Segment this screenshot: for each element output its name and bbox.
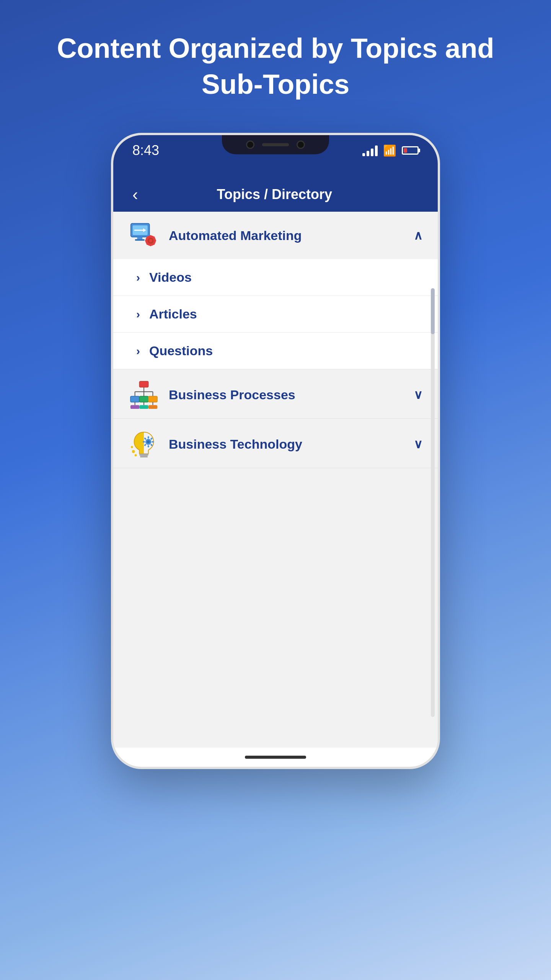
battery-icon	[402, 146, 419, 155]
phone-notch	[222, 135, 329, 154]
svg-rect-34	[140, 456, 148, 457]
home-indicator-bar	[113, 748, 438, 767]
sub-item-questions[interactable]: › Questions	[113, 333, 438, 369]
home-indicator	[245, 756, 306, 759]
svg-rect-43	[144, 444, 147, 446]
svg-rect-30	[148, 405, 157, 409]
svg-rect-29	[139, 405, 148, 409]
speaker	[262, 143, 289, 146]
scrollbar-thumb[interactable]	[431, 288, 435, 334]
topic-label-business-technology: Business Technology	[169, 437, 404, 452]
svg-rect-8	[150, 235, 152, 238]
svg-rect-42	[148, 445, 149, 448]
svg-rect-23	[139, 396, 148, 402]
topic-label-business-processes: Business Processes	[169, 387, 404, 402]
sub-items-automated-marketing: › Videos › Articles › Questions	[113, 259, 438, 369]
sub-chevron-articles: ›	[136, 308, 140, 321]
status-time: 8:43	[132, 142, 159, 158]
wifi-icon: 📶	[383, 144, 396, 157]
sub-label-questions: Questions	[149, 343, 213, 358]
svg-rect-22	[130, 396, 139, 402]
topic-item-business-processes[interactable]: Business Processes ∨	[113, 371, 438, 419]
svg-point-46	[132, 450, 135, 453]
svg-rect-24	[148, 396, 157, 402]
sub-chevron-videos: ›	[136, 271, 140, 284]
svg-point-37	[147, 440, 150, 443]
sub-item-videos[interactable]: › Videos	[113, 259, 438, 296]
phone-top: 8:43 📶	[113, 135, 438, 177]
topics-list: Automated Marketing ∧ › Videos › Article…	[113, 212, 438, 748]
chevron-up-automated-marketing: ∧	[414, 228, 422, 243]
svg-rect-33	[139, 454, 148, 456]
front-sensor	[297, 140, 305, 149]
front-camera	[246, 140, 254, 149]
svg-point-48	[135, 454, 137, 457]
sub-item-articles[interactable]: › Articles	[113, 296, 438, 333]
sub-chevron-questions: ›	[136, 345, 140, 358]
phone-mockup: 8:43 📶 ‹ Topics / Directory	[111, 133, 440, 769]
topic-item-automated-marketing[interactable]: Automated Marketing ∧ › Videos › Article…	[113, 212, 438, 369]
topic-label-automated-marketing: Automated Marketing	[169, 228, 404, 243]
svg-rect-45	[144, 438, 147, 440]
sub-label-videos: Videos	[149, 270, 192, 285]
svg-rect-40	[152, 441, 154, 443]
signal-icon	[362, 145, 378, 156]
topic-header-business-technology[interactable]: Business Technology ∨	[113, 420, 438, 468]
business-processes-icon	[129, 379, 159, 410]
topic-header-business-processes[interactable]: Business Processes ∨	[113, 371, 438, 418]
svg-rect-14	[145, 240, 148, 242]
svg-rect-28	[130, 405, 139, 409]
business-technology-icon	[129, 429, 159, 459]
chevron-down-business-technology: ∨	[414, 437, 422, 451]
nav-bar: ‹ Topics / Directory	[113, 177, 438, 212]
svg-rect-4	[135, 239, 145, 241]
chevron-down-business-processes: ∨	[414, 387, 422, 402]
nav-title: Topics / Directory	[150, 186, 399, 203]
svg-rect-12	[150, 244, 152, 247]
sub-label-articles: Articles	[149, 307, 197, 322]
svg-rect-10	[153, 240, 156, 242]
svg-rect-3	[137, 237, 142, 239]
page-heading: Content Organized by Topics and Sub-Topi…	[0, 31, 551, 102]
back-button[interactable]: ‹	[132, 186, 138, 203]
status-icons: 📶	[362, 144, 419, 157]
automated-marketing-icon	[129, 220, 159, 251]
svg-rect-16	[139, 381, 148, 387]
svg-point-7	[149, 239, 152, 242]
topic-header-automated-marketing[interactable]: Automated Marketing ∧	[113, 212, 438, 259]
svg-rect-38	[148, 436, 149, 439]
svg-point-47	[131, 446, 133, 448]
svg-rect-44	[143, 441, 145, 443]
topic-item-business-technology[interactable]: Business Technology ∨	[113, 420, 438, 468]
scrollbar-track	[431, 288, 435, 717]
